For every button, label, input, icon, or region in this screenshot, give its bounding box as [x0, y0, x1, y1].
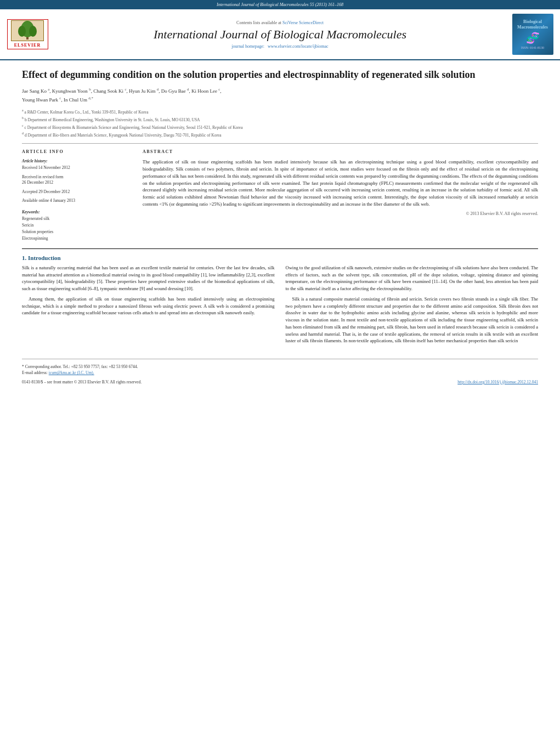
- received-date: Received 14 November 2012: [22, 165, 132, 171]
- issn-text: 0141-8130/$ – see front matter © 2013 El…: [22, 380, 142, 384]
- bio-macro-title-text: BiologicalMacromolecules: [517, 19, 548, 30]
- doi-link[interactable]: http://dx.doi.org/10.1016/j.ijbiomac.201…: [457, 380, 538, 384]
- accepted-date: Accepted 29 December 2012: [22, 189, 132, 195]
- corresponding-author-note: * Corresponding author. Tel.: +82 53 950…: [22, 364, 538, 370]
- affiliation-b: b b Department of Biomedical Engineering…: [22, 116, 538, 123]
- journal-homepage: journal homepage: www.elsevier.com/locat…: [231, 44, 328, 49]
- email-note: E-mail address: icum@knu.ac.kr (I.C. Um)…: [22, 370, 538, 376]
- keywords-list: Regenerated silk Sericin Solution proper…: [22, 216, 132, 242]
- article-info-col: ARTICLE INFO Article history: Received 1…: [22, 149, 132, 242]
- journal-issue-bar: International Journal of Biological Macr…: [0, 0, 560, 9]
- journal-center-info: Contents lists available at SciVerse Sci…: [55, 14, 505, 55]
- helix-icon: 🧬: [526, 31, 540, 44]
- biological-macromolecules-logo: BiologicalMacromolecules 🧬 ISSN: 0141-81…: [512, 14, 553, 55]
- keyword-3: Solution properties: [22, 229, 132, 235]
- elsevier-logo: ELSEVIER: [5, 14, 49, 55]
- divider-1: [22, 143, 538, 144]
- authors-text: Jae Sang Ko a, Kyunghwan Yoon b, Chang S…: [22, 88, 222, 103]
- keyword-1: Regenerated silk: [22, 216, 132, 222]
- abstract-heading: ABSTRACT: [143, 149, 538, 154]
- elsevier-tree-image: [11, 21, 44, 41]
- journal-logo-right: BiologicalMacromolecules 🧬 ISSN: 0141-81…: [511, 14, 555, 55]
- contents-line: Contents lists available at SciVerse Sci…: [236, 20, 324, 25]
- body-col-right: Owing to the good utilization of silk na…: [286, 264, 539, 348]
- article-title: Effect of degumming condition on the sol…: [22, 69, 538, 81]
- affiliation-d: d d Department of Bio-fibers and Materia…: [22, 131, 538, 138]
- svg-point-3: [18, 26, 26, 37]
- affiliation-a: a a R&D Center, Kolmar Korea Co., Ltd., …: [22, 108, 538, 115]
- email-link[interactable]: icum@knu.ac.kr (I.C. Um).: [49, 370, 94, 375]
- intro-para-1: Silk is a naturally occurring material t…: [22, 264, 275, 292]
- introduction-section: 1. Introduction Silk is a naturally occu…: [22, 254, 538, 348]
- footer-area: * Corresponding author. Tel.: +82 53 950…: [22, 359, 538, 384]
- elsevier-brand-text: ELSEVIER: [14, 43, 41, 48]
- page: International Journal of Biological Macr…: [0, 0, 560, 741]
- footer-bottom: 0141-8130/$ – see front matter © 2013 El…: [22, 380, 538, 384]
- journal-header: ELSEVIER Contents lists available at Sci…: [0, 9, 560, 60]
- intro-para-3: Owing to the good utilization of silk na…: [286, 264, 539, 292]
- affiliations: a a R&D Center, Kolmar Korea Co., Ltd., …: [22, 108, 538, 138]
- svg-point-4: [29, 26, 37, 37]
- authors-line: Jae Sang Ko a, Kyunghwan Yoon b, Chang S…: [22, 87, 538, 104]
- article-info-abstract: ARTICLE INFO Article history: Received 1…: [22, 149, 538, 242]
- revised-label: Received in revised form 26 December 201…: [22, 174, 132, 186]
- intro-heading: 1. Introduction: [22, 254, 538, 261]
- article-info-heading: ARTICLE INFO: [22, 149, 132, 154]
- sciverse-text: SciVerse ScienceDirect: [282, 20, 324, 25]
- copyright-line: © 2013 Elsevier B.V. All rights reserved…: [143, 211, 538, 216]
- available-date: Available online 4 January 2013: [22, 198, 132, 204]
- body-two-col: Silk is a naturally occurring material t…: [22, 264, 538, 348]
- keyword-2: Sericin: [22, 222, 132, 229]
- homepage-label: journal homepage:: [231, 44, 264, 49]
- elsevier-logo-box: ELSEVIER: [7, 19, 48, 49]
- keywords-section: Keywords: Regenerated silk Sericin Solut…: [22, 210, 132, 242]
- keywords-label: Keywords:: [22, 210, 132, 214]
- section-divider: [22, 248, 538, 249]
- journal-title: International Journal of Biological Macr…: [154, 27, 406, 42]
- abstract-text: The application of silk on tissue engine…: [143, 159, 538, 207]
- affiliation-c: c c Department of Biosystems & Biomateri…: [22, 123, 538, 131]
- abstract-col: ABSTRACT The application of silk on tiss…: [143, 149, 538, 242]
- sciverse-link[interactable]: SciVerse ScienceDirect: [282, 20, 324, 25]
- keyword-4: Electrospinning: [22, 235, 132, 242]
- article-content: Effect of degumming condition on the sol…: [0, 60, 560, 395]
- intro-para-2: Among them, the application of silk on t…: [22, 296, 275, 316]
- intro-para-4: Silk is a natural composite material con…: [286, 296, 539, 344]
- journal-issue-text: International Journal of Biological Macr…: [217, 2, 343, 7]
- contents-text: Contents lists available at: [236, 20, 281, 25]
- bio-macro-subtitle: ISSN: 0141-8130: [521, 46, 544, 49]
- history-label: Article history:: [22, 159, 132, 163]
- body-col-left: Silk is a naturally occurring material t…: [22, 264, 275, 348]
- homepage-url: www.elsevier.com/locate/ijbiomac: [268, 44, 329, 49]
